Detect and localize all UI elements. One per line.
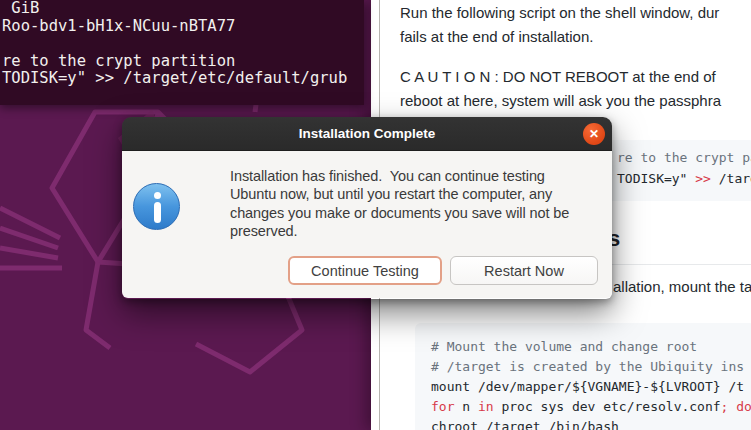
doc-paragraph-run-script: Run the following script on the shell wi…: [400, 1, 719, 49]
dialog-title: Installation Complete: [299, 117, 436, 150]
terminal-output: GiB Roo-bdv1-bH1x-NCuu-nBTA77 re to the …: [2, 0, 347, 88]
installation-complete-dialog: Installation Complete ✕ Installation has…: [122, 117, 612, 299]
close-icon: ✕: [583, 123, 605, 145]
dialog-body: Installation has finished. You can conti…: [122, 151, 612, 298]
code-block-grub-text: re to the crypt paTODISK=y" >> /targ: [617, 147, 751, 189]
terminal-window[interactable]: GiB Roo-bdv1-bH1x-NCuu-nBTA77 re to the …: [0, 0, 364, 105]
restart-now-button[interactable]: Restart Now: [450, 256, 598, 285]
doc-paragraph-mount: allation, mount the ta: [613, 275, 751, 299]
doc-paragraph-caution: C A U T I O N : DO NOT REBOOT at the end…: [400, 65, 721, 113]
code-block-mount-text: # Mount the volume and change root# /tar…: [431, 337, 751, 430]
dialog-message: Installation has finished. You can conti…: [230, 167, 569, 240]
close-button[interactable]: ✕: [583, 123, 605, 145]
dialog-titlebar[interactable]: Installation Complete ✕: [122, 117, 612, 151]
info-icon: [133, 183, 180, 230]
desktop: Run the following script on the shell wi…: [0, 0, 751, 430]
continue-testing-button[interactable]: Continue Testing: [288, 256, 442, 285]
